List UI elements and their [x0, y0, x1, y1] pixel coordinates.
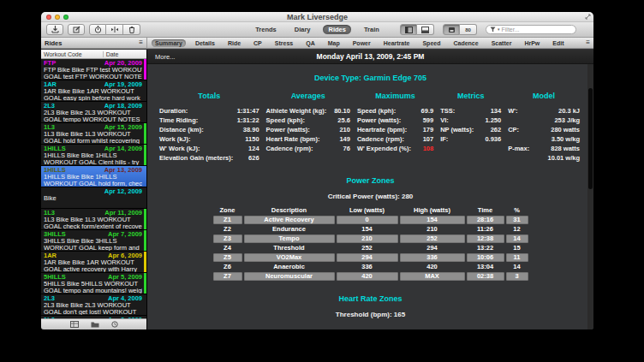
- zone-cell: 14: [506, 234, 528, 243]
- tab-stress[interactable]: Stress: [271, 39, 296, 47]
- tab-summary[interactable]: Summary: [152, 39, 186, 47]
- chart-tabs: SummaryDetailsRideCPStressQAMapPowerHear…: [147, 39, 593, 47]
- ride-workout-code: 1AR: [44, 252, 57, 259]
- ride-list-item[interactable]: 1HILLSApr 14, 20091HILLS Bike Bike 1HILL…: [41, 145, 146, 166]
- title-bar[interactable]: Mark Liversedge: [41, 12, 593, 22]
- tab-ride[interactable]: Ride: [224, 39, 244, 47]
- ride-list-item[interactable]: 1L3Apr 15, 20091L3 Bike Bike 1L3 WORKOUT…: [41, 123, 146, 145]
- ride-date: Apr 13, 2009: [104, 167, 142, 174]
- zone-header-cell: %: [506, 206, 528, 215]
- summary-stat-row: Cadence (rpm):76: [266, 144, 350, 153]
- ride-list-item[interactable]: FTPApr 20, 2009FTP Bike Bike FTP test WO…: [41, 59, 146, 80]
- ride-description-line: FTP Bike Bike FTP test WORKOUT: [44, 67, 142, 74]
- sidebar-title: Rides: [45, 39, 62, 47]
- zone-cell: 294: [337, 253, 398, 262]
- column-workout-code[interactable]: Workout Code: [41, 51, 103, 57]
- table-view-icon[interactable]: [70, 321, 79, 328]
- tab-cadence[interactable]: Cadence: [450, 39, 481, 47]
- zone-row: Z3Tempo21025212:3814: [213, 234, 528, 243]
- ride-date: Apr 7, 2009: [108, 231, 142, 238]
- stat-value: 828 watts: [547, 144, 580, 153]
- ride-item-header: 1L3Apr 11, 2009: [44, 210, 142, 217]
- stat-label: Distance (km):: [159, 125, 204, 134]
- ride-list-item[interactable]: 5HILLSApr 5, 20095HILLS Bike 5HILLS WORK…: [41, 273, 146, 294]
- tab-power[interactable]: Power: [349, 39, 374, 47]
- minimize-window-button[interactable]: [55, 15, 60, 20]
- ride-color-stripe: [144, 59, 146, 80]
- stat-value: 1:31:47: [234, 106, 259, 116]
- chart-menu-icon[interactable]: ≡: [586, 39, 590, 46]
- tab-map[interactable]: Map: [325, 39, 343, 47]
- zone-cell: 0: [337, 216, 398, 224]
- tab-qa[interactable]: QA: [302, 39, 319, 47]
- ride-list-item[interactable]: 2L3Apr 4, 20092L3 Bike Bike 2L3 WORKOUTG…: [41, 294, 146, 316]
- scrollbar-track[interactable]: [587, 64, 593, 329]
- tab-edit[interactable]: Edit: [549, 39, 567, 47]
- clock-icon[interactable]: [111, 321, 118, 328]
- summary-stat-row: Power (watts):599: [357, 116, 433, 125]
- stat-label: Duration:: [159, 106, 188, 116]
- stat-value: 25.6: [334, 116, 350, 125]
- ride-list-item[interactable]: 2L3Apr 18, 20092L3 Bike Bike 2L3 WORKOUT…: [41, 102, 146, 123]
- tab-details[interactable]: Details: [192, 39, 218, 47]
- ride-list-item[interactable]: Apr 12, 2009Bike: [41, 187, 146, 209]
- ride-description-line: 2L3 Bike Bike 2L3 WORKOUT: [44, 302, 142, 309]
- ride-description-line: WORKOUT GOAL Clent hills - try: [44, 159, 142, 166]
- close-window-button[interactable]: [46, 15, 51, 20]
- ride-list-item[interactable]: 1HILLSApr 13, 20091HILLS Bike Bike 1HILL…: [41, 166, 146, 187]
- column-date[interactable]: Date: [103, 51, 146, 57]
- tab-speed[interactable]: Speed: [419, 39, 444, 47]
- toolbar-tab-trends[interactable]: Trends: [250, 25, 282, 34]
- zone-cell: Z5: [213, 253, 242, 262]
- toolbar-tab-rides[interactable]: Rides: [323, 25, 350, 34]
- sidebar-menu-icon[interactable]: ≡: [139, 39, 143, 46]
- ride-list-item[interactable]: 1ARApr 6, 20091AR Bike Bike 1AR WORKOUTG…: [41, 252, 146, 273]
- summary-stat-row: W':20.3 kJ: [508, 106, 580, 116]
- zoom-window-button[interactable]: [63, 15, 69, 20]
- ride-list-item[interactable]: 3HILLSApr 7, 20093HILLS Bike Bike 3HILLS…: [41, 230, 146, 252]
- ride-workout-code: 1HILLS: [44, 167, 66, 174]
- tabbed-view-button[interactable]: [443, 24, 460, 35]
- scrollbar-thumb[interactable]: [588, 88, 593, 189]
- stat-value: 124: [245, 144, 259, 153]
- ride-item-header: 1ARApr 6, 2009: [44, 252, 142, 259]
- sidebar-header: Rides ≡: [41, 38, 147, 48]
- zone-table-header: ZoneDescriptionLow (watts)High (watts)Ti…: [213, 206, 528, 215]
- folder-icon[interactable]: [91, 321, 99, 328]
- summary-column-title: Metrics: [440, 92, 501, 100]
- zone-cell: 31: [506, 216, 528, 224]
- tiled-view-button[interactable]: 80: [460, 24, 477, 35]
- toolbar-tab-diary[interactable]: Diary: [289, 25, 316, 34]
- zone-header-cell: Low (watts): [337, 206, 398, 215]
- zone-row: Z2Endurance15421011:2612: [213, 225, 528, 234]
- ride-list-item[interactable]: 1ARApr 19, 20091AR Bike Bike 1AR WORKOUT…: [41, 80, 146, 102]
- stat-value: 134: [487, 106, 502, 116]
- more-button[interactable]: More...: [155, 53, 175, 61]
- ride-date-header: Monday April 13, 2009, 2:45 PM: [147, 52, 593, 61]
- zone-row: Z7Neuromuscular420MAX02:383: [213, 272, 528, 281]
- tab-heartrate[interactable]: Heartrate: [380, 39, 414, 47]
- stat-label: VI:: [440, 116, 449, 125]
- summary-columns: TotalsDuration:1:31:47Time Riding:1:31:2…: [159, 92, 580, 163]
- tab-scatter[interactable]: Scatter: [488, 39, 516, 47]
- zone-cell: Endurance: [244, 225, 335, 234]
- heart-rate-zones-heading: Heart Rate Zones: [147, 294, 593, 303]
- zone-row: Z6Anaerobic33642013:0414: [213, 263, 528, 271]
- zone-cell: 13:04: [467, 263, 504, 271]
- ride-list-header[interactable]: Workout Code Date: [41, 50, 146, 59]
- tab-cp[interactable]: CP: [250, 39, 265, 47]
- toggle-sidebar-button[interactable]: [400, 24, 417, 35]
- fullscreen-icon[interactable]: [585, 14, 591, 20]
- tab-hrpw[interactable]: HrPw: [521, 39, 543, 47]
- stat-value: 179: [420, 125, 434, 134]
- ride-item-header: FTPApr 20, 2009: [44, 60, 142, 67]
- toggle-bottom-panel-button[interactable]: [417, 24, 434, 35]
- toolbar-tab-train[interactable]: Train: [359, 25, 385, 34]
- ride-date: Apr 12, 2009: [104, 188, 142, 195]
- stat-label: Speed (kph):: [357, 106, 396, 116]
- summary-stat-row: Power (watts):210: [266, 125, 350, 134]
- filter-input[interactable]: ▾ Filter...: [486, 25, 576, 34]
- ride-list-item[interactable]: 1L3Apr 11, 20091L3 Bike Bike 1L3 WORKOUT…: [41, 209, 146, 230]
- summary-scroll-area[interactable]: Device Type: Garmin Edge 705 TotalsDurat…: [147, 64, 593, 329]
- ride-list-item[interactable]: 1L3Apr 3, 2009: [41, 316, 146, 318]
